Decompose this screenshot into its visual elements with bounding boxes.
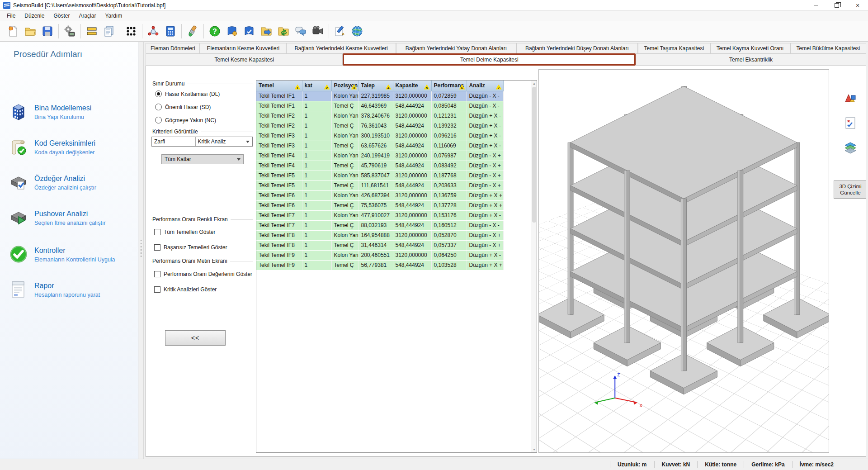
table-cell[interactable]: 200,460551: [359, 250, 393, 260]
table-cell[interactable]: 0,203633: [431, 180, 467, 190]
table-cell[interactable]: Tekil Temel IF7: [256, 220, 302, 230]
tab-elemanlarin-kesme-kuvvetleri[interactable]: Elemanların Kesme Kuvvetleri: [200, 43, 286, 53]
table-cell[interactable]: 585,837047: [359, 171, 393, 180]
storeys-combo[interactable]: Tüm Katlar: [161, 154, 244, 164]
table-row[interactable]: Tekil Temel IF91Temel Ç56,779381548,4449…: [256, 260, 503, 270]
table-cell[interactable]: Düzgün + X -: [467, 131, 503, 141]
table-cell[interactable]: Kolon Yanı: [331, 171, 359, 180]
table-cell[interactable]: 0,139232: [431, 121, 467, 131]
table-cell[interactable]: 1: [302, 250, 331, 260]
menu-araclar[interactable]: Araçlar: [75, 12, 100, 20]
table-cell[interactable]: Kolon Yanı: [331, 131, 359, 141]
sidebar-item-kontroller[interactable]: KontrollerElemanların Kontrollerini Uygu…: [8, 240, 134, 269]
render-options-icon[interactable]: [842, 90, 859, 107]
table-row[interactable]: Tekil Temel IF91Kolon Yanı200,4605513120…: [256, 250, 503, 260]
tab-baglanti-yatay-donati[interactable]: Bağlantı Yerlerindeki Yatay Donatı Alanl…: [396, 43, 516, 53]
table-cell[interactable]: 0,052870: [431, 230, 467, 240]
table-cell[interactable]: 548,444924: [393, 121, 431, 131]
table-cell[interactable]: 0,153176: [431, 210, 467, 220]
save-icon[interactable]: [39, 23, 56, 40]
table-cell[interactable]: Tekil Temel IF3: [256, 131, 302, 141]
table-cell[interactable]: Düzgün - X +: [467, 240, 503, 250]
column-header-talep[interactable]: Talep4: [359, 81, 393, 91]
table-cell[interactable]: 548,444924: [393, 141, 431, 151]
table-cell[interactable]: 426,687394: [359, 190, 393, 200]
radio-onemli-hasar[interactable]: Önemli Hasar (SD): [155, 104, 211, 110]
beam-sections-icon[interactable]: [83, 23, 100, 40]
table-cell[interactable]: 1: [302, 230, 331, 240]
sidebar-item-ozdeger-analizi[interactable]: Özdeğer AnaliziÖzdeğer analizini çalıştı…: [8, 168, 134, 197]
table-cell[interactable]: 3120,000000: [393, 190, 431, 200]
column-header-kapasite[interactable]: Kapasite5: [393, 81, 431, 91]
video-tutorials-icon[interactable]: [309, 23, 326, 40]
tab-baglanti-dusey-donati[interactable]: Bağlantı Yerlerindeki Düşey Donatı Alanl…: [516, 43, 638, 53]
table-cell[interactable]: 0,137728: [431, 200, 467, 210]
table-row[interactable]: Tekil Temel IF31Kolon Yanı300,1935103120…: [256, 131, 503, 141]
new-project-icon[interactable]: [5, 23, 22, 40]
table-cell[interactable]: 3120,000000: [393, 91, 431, 101]
calculator-icon[interactable]: [162, 23, 179, 40]
table-row[interactable]: Tekil Temel IF41Kolon Yanı240,1994193120…: [256, 151, 503, 161]
checkbox-tum-temelleri-goster[interactable]: Tüm Temelleri Göster: [154, 229, 215, 235]
table-cell[interactable]: 1: [302, 101, 331, 111]
table-cell[interactable]: Temel Ç: [331, 220, 359, 230]
table-cell[interactable]: Tekil Temel IF3: [256, 141, 302, 151]
table-cell[interactable]: 548,444924: [393, 101, 431, 111]
table-cell[interactable]: 63,657626: [359, 141, 393, 151]
table-cell[interactable]: Tekil Temel IF7: [256, 210, 302, 220]
menu-goster[interactable]: Göster: [49, 12, 74, 20]
manual-book-icon[interactable]: [241, 23, 258, 40]
tab-temel-kesme-kapasitesi[interactable]: Temel Kesme Kapasitesi: [146, 53, 343, 66]
table-cell[interactable]: 88,032193: [359, 220, 393, 230]
table-row[interactable]: Tekil Temel IF41Temel Ç45,790619548,4449…: [256, 161, 503, 171]
table-cell[interactable]: 1: [302, 190, 331, 200]
checkbox-kritik-analizleri-goster[interactable]: Kritik Analizleri Göster: [154, 286, 217, 293]
table-cell[interactable]: Tekil Temel IF6: [256, 190, 302, 200]
table-cell[interactable]: 1: [302, 141, 331, 151]
table-cell[interactable]: 0,187768: [431, 171, 467, 180]
table-cell[interactable]: 31,446314: [359, 240, 393, 250]
table-cell[interactable]: 1: [302, 111, 331, 121]
table-cell[interactable]: Kolon Yanı: [331, 91, 359, 101]
table-cell[interactable]: 45,790619: [359, 161, 393, 171]
table-cell[interactable]: 76,361043: [359, 121, 393, 131]
column-header-performans[interactable]: Performans6: [431, 81, 467, 91]
table-cell[interactable]: Düzgün + X +: [467, 200, 503, 210]
table-cell[interactable]: Düzgün - X -: [467, 220, 503, 230]
table-cell[interactable]: Kolon Yanı: [331, 250, 359, 260]
table-cell[interactable]: Temel Ç: [331, 161, 359, 171]
table-cell[interactable]: Düzgün + X -: [467, 111, 503, 121]
table-cell[interactable]: 1: [302, 161, 331, 171]
table-cell[interactable]: 1: [302, 151, 331, 161]
table-cell[interactable]: Kolon Yanı: [331, 151, 359, 161]
tutorial-book-icon[interactable]: [223, 23, 241, 40]
table-cell[interactable]: 3120,000000: [393, 131, 431, 141]
table-row[interactable]: Tekil Temel IF21Temel Ç76,361043548,4449…: [256, 121, 503, 131]
viewport-3d[interactable]: x z: [538, 69, 829, 453]
table-cell[interactable]: 1: [302, 131, 331, 141]
table-cell[interactable]: Tekil Temel IF9: [256, 250, 302, 260]
table-cell[interactable]: Kolon Yanı: [331, 190, 359, 200]
column-header-pozisyon[interactable]: Pozisyon3: [331, 81, 359, 91]
table-cell[interactable]: Temel Ç: [331, 141, 359, 151]
table-cell[interactable]: 477,910027: [359, 210, 393, 220]
table-cell[interactable]: Kolon Yanı: [331, 111, 359, 121]
table-cell[interactable]: 3120,000000: [393, 210, 431, 220]
table-cell[interactable]: Tekil Temel IF6: [256, 200, 302, 210]
tab-temel-delme-kapasitesi[interactable]: Temel Delme Kapasitesi: [343, 53, 636, 66]
table-cell[interactable]: 0,072859: [431, 91, 467, 101]
open-project-icon[interactable]: [22, 23, 39, 40]
table-row[interactable]: Tekil Temel IF81Temel Ç31,446314548,4449…: [256, 240, 503, 250]
table-row[interactable]: Tekil Temel IF51Temel Ç111,681541548,444…: [256, 180, 503, 190]
tab-baglanti-kesme-kuvvetleri[interactable]: Bağlantı Yerlerindeki Kesme Kuvvetleri: [286, 43, 396, 53]
table-cell[interactable]: Temel Ç: [331, 121, 359, 131]
menu-duzenle[interactable]: Düzenle: [20, 12, 48, 20]
table-cell[interactable]: Tekil Temel IF2: [256, 111, 302, 121]
sidebar-splitter[interactable]: [138, 42, 144, 459]
table-cell[interactable]: Temel Ç: [331, 260, 359, 270]
table-cell[interactable]: Tekil Temel IF1: [256, 101, 302, 111]
table-cell[interactable]: 548,444924: [393, 180, 431, 190]
table-cell[interactable]: Düzgün + X -: [467, 121, 503, 131]
scrollbar-thumb[interactable]: [532, 87, 536, 223]
table-cell[interactable]: 46,643969: [359, 101, 393, 111]
